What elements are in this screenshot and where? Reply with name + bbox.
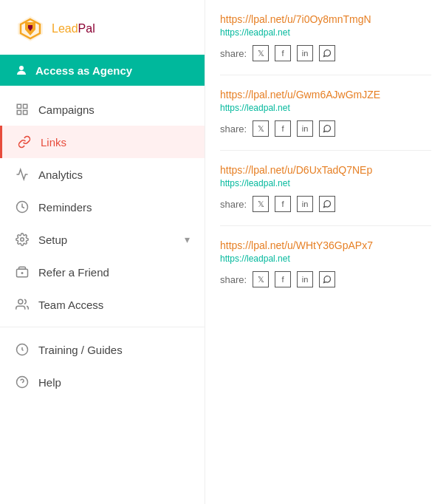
access-agency-label: Access as Agency <box>35 64 132 77</box>
links-label: Links <box>41 136 190 149</box>
link-item-2: https://lpal.net/u/Gwm6AJwGmJZE https://… <box>220 75 431 151</box>
logo-text: LeadPal <box>52 22 95 35</box>
training-icon <box>15 342 30 357</box>
refer-label: Refer a Friend <box>38 266 190 279</box>
share-label-2: share: <box>220 123 247 134</box>
svg-rect-4 <box>24 111 27 115</box>
nav-divider <box>0 327 205 327</box>
svg-point-6 <box>21 238 24 242</box>
training-label: Training / Guides <box>38 344 190 356</box>
logo-icon <box>15 13 46 44</box>
twitter-icon-2[interactable]: 𝕏 <box>253 120 269 137</box>
setup-icon <box>15 232 30 247</box>
linkedin-icon-2[interactable]: in <box>297 120 313 137</box>
share-label-3: share: <box>220 199 247 210</box>
share-row-2: share: 𝕏 f in <box>220 120 431 137</box>
svg-point-10 <box>18 299 23 304</box>
whatsapp-icon-4[interactable] <box>319 271 335 287</box>
twitter-icon-3[interactable]: 𝕏 <box>253 196 269 212</box>
sidebar-item-reminders[interactable]: Reminders <box>0 191 205 223</box>
agency-icon <box>15 64 28 77</box>
facebook-icon-2[interactable]: f <box>275 120 291 137</box>
team-icon <box>15 297 30 312</box>
svg-rect-1 <box>17 104 21 108</box>
share-label-4: share: <box>220 274 247 285</box>
help-label: Help <box>38 376 190 389</box>
whatsapp-icon-1[interactable] <box>319 45 335 61</box>
analytics-icon <box>15 167 30 182</box>
sidebar-item-setup[interactable]: Setup ▾ <box>0 223 205 256</box>
link-secondary-3: https://leadpal.net <box>220 178 431 188</box>
link-secondary-4: https://leadpal.net <box>220 253 431 264</box>
link-secondary-1: https://leadpal.net <box>220 27 431 38</box>
sidebar-item-campaigns[interactable]: Campaigns <box>0 93 205 126</box>
link-primary-4[interactable]: https://lpal.net/u/WHtY36GpAPx7 <box>220 239 431 251</box>
share-row-1: share: 𝕏 f in <box>220 45 431 61</box>
twitter-icon-1[interactable]: 𝕏 <box>253 45 269 61</box>
svg-rect-3 <box>17 111 21 115</box>
links-icon <box>17 134 32 149</box>
svg-point-0 <box>19 66 24 70</box>
main-content: https://lpal.net/u/7i0Oy8mnTmgN https://… <box>205 0 446 504</box>
sidebar-item-training[interactable]: Training / Guides <box>0 333 205 366</box>
link-primary-2[interactable]: https://lpal.net/u/Gwm6AJwGmJZE <box>220 89 431 101</box>
whatsapp-icon-2[interactable] <box>319 120 335 137</box>
logo-pal: Pal <box>78 22 95 35</box>
logo-area: LeadPal <box>0 0 205 55</box>
twitter-icon-4[interactable]: 𝕏 <box>253 271 269 287</box>
campaigns-icon <box>15 102 30 117</box>
link-item-3: https://lpal.net/u/D6UxTadQ7NEp https://… <box>220 151 431 226</box>
sidebar: LeadPal Access as Agency Campaigns <box>0 0 205 504</box>
reminders-icon <box>15 200 30 214</box>
share-label-1: share: <box>220 48 247 59</box>
linkedin-icon-1[interactable]: in <box>297 45 313 61</box>
link-primary-1[interactable]: https://lpal.net/u/7i0Oy8mnTmgN <box>220 13 431 25</box>
sidebar-nav: Campaigns Links Analytics <box>0 86 205 406</box>
svg-rect-2 <box>24 104 27 108</box>
share-row-3: share: 𝕏 f in <box>220 196 431 212</box>
setup-chevron: ▾ <box>185 234 190 245</box>
sidebar-item-analytics[interactable]: Analytics <box>0 158 205 191</box>
logo-lead: Lead <box>52 22 78 35</box>
analytics-label: Analytics <box>38 168 190 181</box>
sidebar-item-help[interactable]: Help <box>0 366 205 398</box>
team-access-label: Team Access <box>38 299 190 311</box>
linkedin-icon-3[interactable]: in <box>297 196 313 212</box>
linkedin-icon-4[interactable]: in <box>297 271 313 287</box>
link-secondary-2: https://leadpal.net <box>220 103 431 113</box>
share-row-4: share: 𝕏 f in <box>220 271 431 287</box>
access-agency-bar[interactable]: Access as Agency <box>0 55 205 86</box>
facebook-icon-3[interactable]: f <box>275 196 291 212</box>
facebook-icon-1[interactable]: f <box>275 45 291 61</box>
sidebar-item-team-access[interactable]: Team Access <box>0 288 205 321</box>
setup-label: Setup <box>38 234 176 246</box>
sidebar-item-links[interactable]: Links <box>0 126 205 158</box>
whatsapp-icon-3[interactable] <box>319 196 335 212</box>
link-item-4: https://lpal.net/u/WHtY36GpAPx7 https://… <box>220 226 431 301</box>
link-item-1: https://lpal.net/u/7i0Oy8mnTmgN https://… <box>220 0 431 75</box>
refer-icon <box>15 265 30 279</box>
reminders-label: Reminders <box>38 201 190 214</box>
facebook-icon-4[interactable]: f <box>275 271 291 287</box>
sidebar-item-refer[interactable]: Refer a Friend <box>0 256 205 288</box>
link-primary-3[interactable]: https://lpal.net/u/D6UxTadQ7NEp <box>220 164 431 176</box>
campaigns-label: Campaigns <box>38 103 190 116</box>
help-icon <box>15 375 30 389</box>
